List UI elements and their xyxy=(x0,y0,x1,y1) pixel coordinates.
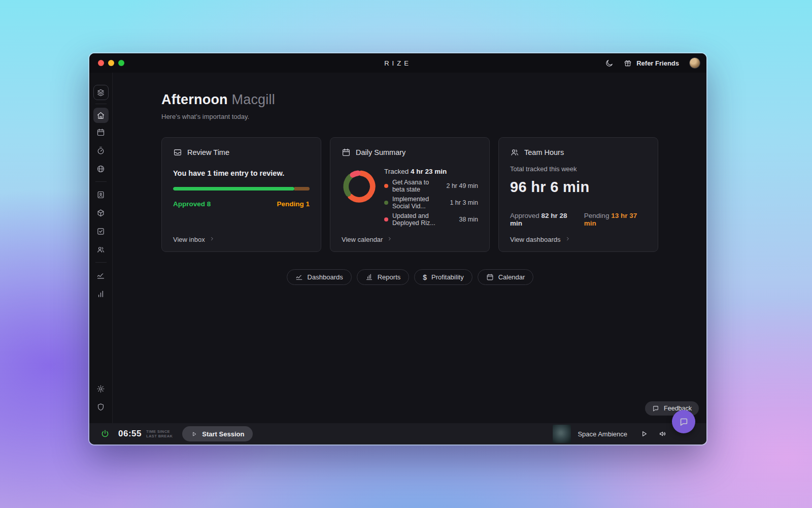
layers-icon xyxy=(96,88,105,97)
start-session-button[interactable]: Start Session xyxy=(182,426,253,441)
team-pending: Pending 13 hr 37 min xyxy=(584,212,647,227)
review-progress-bar xyxy=(173,187,310,190)
line-chart-icon xyxy=(295,273,303,281)
view-dashboards-link[interactable]: View dashboards xyxy=(510,236,571,243)
legend-name: Updated and Deployed Riz... xyxy=(392,212,453,227)
chevron-right-icon xyxy=(565,236,571,243)
play-icon xyxy=(191,431,197,437)
break-timer: 06:55 xyxy=(118,429,142,439)
sidebar-item-reports[interactable] xyxy=(89,284,112,303)
calendar-button[interactable]: Calendar xyxy=(478,269,534,285)
sidebar-item-timer[interactable] xyxy=(89,141,112,160)
cube-icon xyxy=(96,209,105,217)
main-content: Afternoon Macgill Here's what's importan… xyxy=(113,73,706,423)
review-time-card: Review Time You have 1 time entry to rev… xyxy=(161,137,321,252)
legend-item: Implemented Social Vid... 1 hr 3 min xyxy=(384,196,478,210)
quick-nav: Dashboards Reports $ Profitability C xyxy=(161,269,659,285)
album-art[interactable] xyxy=(553,425,571,443)
sidebar-divider xyxy=(95,104,107,104)
progress-pending xyxy=(294,187,310,190)
profitability-button[interactable]: $ Profitability xyxy=(414,269,472,285)
chevron-right-icon xyxy=(209,236,215,243)
review-message: You have 1 time entry to review. xyxy=(173,169,310,177)
donut-legend: Get Asana to beta state 2 hr 49 min Impl… xyxy=(384,179,478,227)
volume-icon[interactable] xyxy=(659,430,667,438)
reports-button[interactable]: Reports xyxy=(357,269,410,285)
team-stats: Approved 82 hr 28 min Pending 13 hr 37 m… xyxy=(510,212,647,227)
calendar-icon xyxy=(96,128,105,137)
view-calendar-link[interactable]: View calendar xyxy=(342,236,393,243)
card-title: Team Hours xyxy=(524,148,564,156)
card-title: Review Time xyxy=(187,148,229,156)
legend-name: Implemented Social Vid... xyxy=(392,196,444,210)
gear-icon xyxy=(96,385,105,393)
legend-value: 2 hr 49 min xyxy=(446,182,478,189)
sidebar-item-web[interactable] xyxy=(89,160,112,178)
dark-mode-toggle[interactable] xyxy=(605,59,614,68)
users-icon xyxy=(96,245,105,254)
shield-icon xyxy=(96,403,105,411)
legend-dot xyxy=(384,201,388,205)
pending-count: Pending 1 xyxy=(277,200,310,208)
legend-item: Get Asana to beta state 2 hr 49 min xyxy=(384,179,478,193)
dashboards-button[interactable]: Dashboards xyxy=(287,269,352,285)
team-total-hours: 96 hr 6 min xyxy=(510,179,647,196)
sidebar-item-projects[interactable] xyxy=(89,204,112,222)
legend-dot xyxy=(384,217,388,221)
timer-caption: TIME SINCELAST BREAK xyxy=(146,429,173,438)
sidebar-item-home[interactable] xyxy=(93,108,109,123)
player-play-button[interactable] xyxy=(640,430,648,438)
page-subtitle: Here's what's important today. xyxy=(161,113,706,120)
sidebar xyxy=(89,73,113,423)
sidebar-divider xyxy=(95,181,107,182)
contact-card-icon xyxy=(96,190,105,199)
sidebar-divider xyxy=(95,262,107,263)
page-title: Afternoon Macgill xyxy=(161,92,706,108)
moon-icon xyxy=(605,59,614,68)
check-square-icon xyxy=(96,227,105,236)
power-icon[interactable] xyxy=(100,429,110,438)
calendar-icon xyxy=(342,148,351,157)
chat-fab-button[interactable] xyxy=(672,410,695,433)
tracked-total: Tracked 4 hr 23 min xyxy=(384,168,478,175)
sidebar-item-tasks[interactable] xyxy=(89,222,112,240)
sidebar-item-team[interactable] xyxy=(89,240,112,259)
calendar-icon xyxy=(486,273,494,281)
session-bar: 06:55 TIME SINCELAST BREAK Start Session… xyxy=(89,423,706,444)
sidebar-item-calendar[interactable] xyxy=(89,123,112,141)
refer-friends-label: Refer Friends xyxy=(636,59,679,67)
time-donut-chart xyxy=(342,169,377,204)
titlebar: RIZE Refer Friends xyxy=(89,53,706,73)
sidebar-item-privacy[interactable] xyxy=(96,398,105,416)
gift-icon xyxy=(624,59,632,67)
user-avatar[interactable] xyxy=(689,57,700,69)
sidebar-item-session[interactable] xyxy=(93,85,109,100)
chat-bubble-icon xyxy=(652,405,659,412)
globe-icon xyxy=(96,165,105,173)
card-title: Daily Summary xyxy=(356,148,405,156)
refer-friends-button[interactable]: Refer Friends xyxy=(624,59,679,67)
progress-approved xyxy=(173,187,294,190)
dollar-icon: $ xyxy=(423,273,427,281)
bar-chart-icon xyxy=(365,273,373,281)
approved-count: Approved 8 xyxy=(173,200,211,208)
view-inbox-link[interactable]: View inbox xyxy=(173,236,215,243)
home-icon xyxy=(96,111,105,120)
sidebar-item-clients[interactable] xyxy=(89,185,112,204)
chevron-right-icon xyxy=(387,236,393,243)
line-chart-icon xyxy=(96,271,105,280)
timer-icon xyxy=(96,146,105,155)
legend-value: 38 min xyxy=(459,216,478,223)
team-hours-card: Team Hours Total tracked this week 96 hr… xyxy=(498,137,658,252)
sidebar-item-settings[interactable] xyxy=(96,379,105,398)
chat-bubble-icon xyxy=(679,417,689,427)
app-window: RIZE Refer Friends xyxy=(89,53,706,444)
legend-name: Get Asana to beta state xyxy=(392,179,440,193)
users-icon xyxy=(510,148,519,157)
bar-chart-icon xyxy=(96,290,105,298)
team-subtitle: Total tracked this week xyxy=(510,165,647,173)
legend-item: Updated and Deployed Riz... 38 min xyxy=(384,212,478,227)
inbox-icon xyxy=(173,148,182,157)
sidebar-item-analytics[interactable] xyxy=(89,266,112,284)
team-approved: Approved 82 hr 28 min xyxy=(510,212,577,227)
